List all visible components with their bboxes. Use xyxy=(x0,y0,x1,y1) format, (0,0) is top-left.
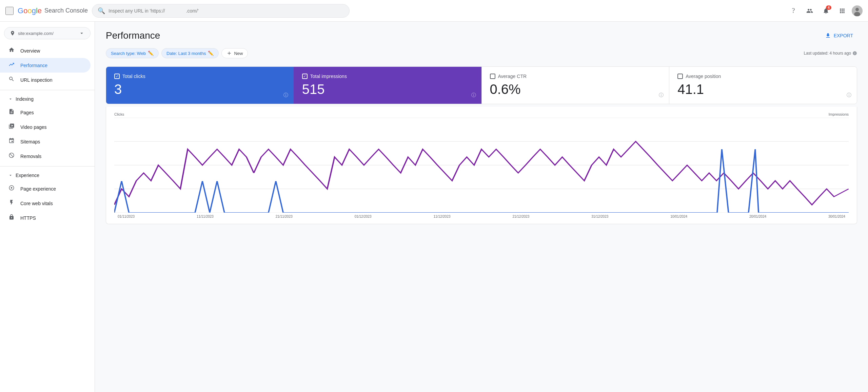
sidebar-item-page-experience[interactable]: Page experience xyxy=(0,181,91,196)
page-title: Performance xyxy=(106,30,160,41)
metric-ctr-value: 0.6% xyxy=(490,82,661,97)
add-icon xyxy=(226,51,232,56)
property-dropdown-icon xyxy=(79,30,85,36)
search-type-filter-label: Search type: Web xyxy=(111,51,146,56)
property-selector[interactable]: site:example.com/ xyxy=(4,27,91,39)
search-icon xyxy=(8,76,15,84)
filter-bar: Search type: Web ✏️ Date: Last 3 months … xyxy=(106,48,857,58)
download-icon xyxy=(825,33,831,39)
sidebar-item-label: HTTPS xyxy=(20,215,36,221)
url-search-input[interactable] xyxy=(108,8,344,14)
new-filter-label: New xyxy=(234,51,243,56)
property-selector-text: site:example.com/ xyxy=(18,31,76,36)
metric-position-value: 41.1 xyxy=(677,82,849,97)
edit-icon: ✏️ xyxy=(148,51,154,56)
metric-card-position[interactable]: Average position 41.1 ⓘ xyxy=(669,67,857,104)
hamburger-menu-button[interactable] xyxy=(5,7,14,15)
apps-button[interactable] xyxy=(835,4,849,18)
date-range-filter-label: Date: Last 3 months xyxy=(166,51,206,56)
search-type-filter[interactable]: Search type: Web ✏️ xyxy=(106,48,159,58)
metric-impressions-label: Total impressions xyxy=(310,74,347,79)
metric-clicks-label: Total clicks xyxy=(122,74,145,79)
svg-point-4 xyxy=(11,187,13,189)
x-label-1: 11/11/2023 xyxy=(197,215,214,218)
notification-badge: 4 xyxy=(826,5,831,10)
x-label-6: 31/12/2023 xyxy=(591,215,608,218)
sidebar-item-removals[interactable]: Removals xyxy=(0,149,91,163)
x-label-3: 01/12/2023 xyxy=(355,215,372,218)
metric-impressions-value: 515 xyxy=(302,82,473,97)
google-logo-text: Google xyxy=(18,6,42,15)
metric-ctr-help-icon[interactable]: ⓘ xyxy=(659,92,664,98)
metric-card-ctr[interactable]: Average CTR 0.6% ⓘ xyxy=(481,67,669,104)
metric-position-checkbox[interactable] xyxy=(677,74,683,79)
chart-x-axis-labels: 01/11/2023 11/11/2023 21/11/2023 01/12/2… xyxy=(114,215,849,218)
x-label-7: 10/01/2024 xyxy=(670,215,687,218)
chart-impressions-axis-label: Impressions xyxy=(829,112,849,116)
search-icon: 🔍 xyxy=(98,7,105,15)
metric-ctr-label: Average CTR xyxy=(498,74,527,79)
video-pages-icon xyxy=(8,123,15,131)
url-search-bar[interactable]: 🔍 xyxy=(92,4,350,18)
collapse-icon xyxy=(8,97,13,101)
help-button[interactable]: ? xyxy=(787,4,800,18)
svg-point-1 xyxy=(855,8,859,11)
sidebar: site:example.com/ Overview Performance U… xyxy=(0,22,95,392)
metric-impressions-help-icon[interactable]: ⓘ xyxy=(471,92,476,98)
sitemaps-icon xyxy=(8,138,15,145)
sidebar-section-experience: Experience Page experience Core web vita… xyxy=(0,169,95,225)
x-label-5: 21/12/2023 xyxy=(512,215,529,218)
accounts-button[interactable] xyxy=(803,4,816,18)
sidebar-section-indexing-header[interactable]: Indexing xyxy=(0,93,95,105)
sidebar-section-label: Experience xyxy=(16,173,39,178)
sidebar-item-performance[interactable]: Performance xyxy=(0,58,91,73)
sidebar-item-url-inspection[interactable]: URL inspection xyxy=(0,73,91,87)
search-console-logo-text: Search Console xyxy=(44,7,88,14)
sidebar-item-sitemaps[interactable]: Sitemaps xyxy=(0,134,91,149)
metric-clicks-help-icon[interactable]: ⓘ xyxy=(283,92,288,98)
page-layout: site:example.com/ Overview Performance U… xyxy=(0,22,868,392)
help-icon: ? xyxy=(792,7,795,15)
sidebar-divider-1 xyxy=(0,90,95,90)
sidebar-item-core-web-vitals[interactable]: Core web vitals xyxy=(0,196,91,211)
x-label-2: 21/11/2023 xyxy=(276,215,293,218)
sidebar-item-overview[interactable]: Overview xyxy=(0,43,91,58)
sidebar-section-experience-header[interactable]: Experience xyxy=(0,169,95,181)
metric-card-clicks[interactable]: Total clicks 3 ⓘ xyxy=(106,67,294,104)
sidebar-item-label: URL inspection xyxy=(20,77,52,83)
sidebar-divider-2 xyxy=(0,166,95,166)
sidebar-item-label: Removals xyxy=(20,154,41,159)
sidebar-item-video-pages[interactable]: Video pages xyxy=(0,120,91,134)
metric-clicks-value: 3 xyxy=(114,82,285,97)
top-navigation: Google Search Console 🔍 ? 4 xyxy=(0,0,868,22)
chart-svg-wrapper: 3 2 1 0 12 8 4 0 xyxy=(114,118,849,213)
metric-clicks-checkbox[interactable] xyxy=(114,74,120,79)
sidebar-item-label: Pages xyxy=(20,110,34,115)
last-updated-text: Last updated: 4 hours ago xyxy=(804,51,857,56)
collapse-icon xyxy=(8,173,13,178)
metric-card-impressions[interactable]: Total impressions 515 ⓘ xyxy=(294,67,481,104)
performance-chart-svg: 3 2 1 0 12 8 4 0 xyxy=(114,118,849,213)
sidebar-item-https[interactable]: HTTPS xyxy=(0,211,91,225)
metric-ctr-header: Average CTR xyxy=(490,74,661,79)
nav-right-actions: ? 4 xyxy=(787,4,863,18)
metric-ctr-checkbox[interactable] xyxy=(490,74,495,79)
performance-chart-container: Clicks Impressions 3 2 1 0 12 xyxy=(106,107,857,224)
app-logo[interactable]: Google Search Console xyxy=(18,6,88,15)
metric-position-header: Average position xyxy=(677,74,849,79)
new-filter-button[interactable]: New xyxy=(221,48,248,58)
user-avatar[interactable] xyxy=(852,5,863,16)
apps-grid-icon xyxy=(839,7,846,14)
pages-icon xyxy=(8,109,15,116)
sidebar-item-label: Sitemaps xyxy=(20,139,40,144)
home-icon xyxy=(8,47,15,55)
date-range-filter[interactable]: Date: Last 3 months ✏️ xyxy=(161,48,219,58)
edit-icon: ✏️ xyxy=(208,51,214,56)
sidebar-item-pages[interactable]: Pages xyxy=(0,105,91,120)
metric-impressions-checkbox[interactable] xyxy=(302,74,308,79)
metric-position-help-icon[interactable]: ⓘ xyxy=(847,92,851,98)
notifications-button[interactable]: 4 xyxy=(819,4,833,18)
metric-clicks-header: Total clicks xyxy=(114,74,285,79)
chart-y-axis-labels: Clicks Impressions xyxy=(114,112,849,116)
export-button[interactable]: EXPORT xyxy=(821,30,857,41)
